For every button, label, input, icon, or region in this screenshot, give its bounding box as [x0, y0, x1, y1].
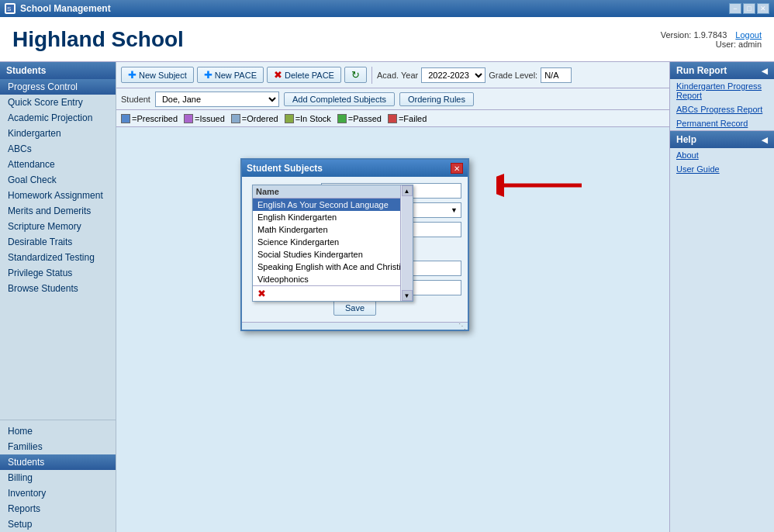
- legend-prescribed: =Prescribed: [121, 114, 178, 123]
- delete-pace-button[interactable]: ✖ Delete PACE: [267, 67, 341, 83]
- dropdown-header: Name: [253, 185, 413, 199]
- subject-dropdown: Name English As Your Second Language Eng…: [252, 185, 413, 302]
- sidebar-item-abcs[interactable]: ABCs: [0, 141, 116, 157]
- student-bar: Student Doe, Jane Add Completed Subjects…: [116, 88, 669, 110]
- dropdown-item-esl[interactable]: English As Your Second Language: [253, 199, 413, 211]
- sidebar-item-kindergarten[interactable]: Kindergarten: [0, 126, 116, 141]
- sidebar-item-goal-check[interactable]: Goal Check: [0, 172, 116, 188]
- report-abcs-progress[interactable]: ABCs Progress Report: [670, 102, 774, 116]
- close-button[interactable]: ✕: [757, 3, 769, 14]
- sidebar-section-students: Students: [0, 62, 116, 79]
- save-button[interactable]: Save: [333, 300, 376, 316]
- sidebar-item-standardized-testing[interactable]: Standardized Testing: [0, 250, 116, 265]
- version-text: Version: 1.9.7843: [661, 30, 727, 40]
- refresh-icon: ↻: [351, 69, 360, 81]
- user-text: User: admin: [716, 40, 762, 49]
- student-label: Student: [121, 95, 150, 104]
- scroll-down-button[interactable]: ▼: [402, 290, 413, 301]
- help-user-guide[interactable]: User Guide: [670, 162, 774, 176]
- sidebar-item-scripture-memory[interactable]: Scripture Memory: [0, 219, 116, 234]
- legend-issued-box: [184, 114, 193, 123]
- delete-pace-icon: ✖: [274, 69, 282, 81]
- sidebar-item-browse-students[interactable]: Browse Students: [0, 281, 116, 296]
- logout-link[interactable]: Logout: [735, 30, 762, 40]
- help-section: Help ◀ About User Guide: [670, 130, 774, 176]
- sidebar-item-academic-projection[interactable]: Academic Projection: [0, 110, 116, 126]
- legend-failed: =Failed: [388, 114, 427, 123]
- sidebar-item-quick-score-entry[interactable]: Quick Score Entry: [0, 95, 116, 110]
- maximize-button[interactable]: □: [743, 3, 755, 14]
- dropdown-item-speaking-english[interactable]: Speaking English with Ace and Christi: [253, 261, 413, 273]
- legend: =Prescribed =Issued =Ordered =In Stock =…: [116, 110, 669, 127]
- sidebar-item-inventory[interactable]: Inventory: [0, 485, 116, 501]
- run-report-expand-icon[interactable]: ◀: [762, 67, 768, 75]
- arrow-indicator: [496, 174, 589, 199]
- toolbar-separator: [371, 67, 372, 84]
- dialog-resize-handle[interactable]: ⋱: [242, 322, 468, 330]
- dropdown-item-english-k[interactable]: English Kindergarten: [253, 211, 413, 223]
- app-title: School Management: [20, 3, 724, 14]
- add-completed-subjects-button[interactable]: Add Completed Subjects: [284, 92, 395, 106]
- dropdown-footer: ✖: [253, 285, 413, 301]
- sidebar-item-progress-control[interactable]: Progress Control: [0, 79, 116, 95]
- svg-text:S: S: [7, 5, 11, 12]
- header: Highland School Version: 1.9.7843 Logout…: [0, 17, 774, 62]
- sidebar-item-home[interactable]: Home: [0, 423, 116, 439]
- sidebar-item-attendance[interactable]: Attendance: [0, 157, 116, 172]
- dialog-close-button[interactable]: ✕: [451, 163, 463, 174]
- sidebar-item-students[interactable]: Students: [0, 454, 116, 470]
- dropdown-item-videophonics[interactable]: Videophonics: [253, 273, 413, 285]
- right-panel: Run Report ◀ Kindergarten Progress Repor…: [669, 62, 774, 532]
- legend-in-stock: =In Stock: [285, 114, 331, 123]
- main-layout: Students Progress Control Quick Score En…: [0, 62, 774, 532]
- dropdown-item-science-k[interactable]: Science Kindergarten: [253, 236, 413, 248]
- scroll-up-button[interactable]: ▲: [402, 185, 413, 196]
- work-area: Student Subjects ✕ Subject Type Reading …: [116, 127, 669, 532]
- sidebar-item-families[interactable]: Families: [0, 439, 116, 454]
- dialog-title: Student Subjects: [247, 163, 323, 174]
- sidebar-item-privilege-status[interactable]: Privilege Status: [0, 265, 116, 281]
- legend-passed: =Passed: [337, 114, 382, 123]
- school-name: Highland School: [12, 27, 184, 52]
- report-permanent-record[interactable]: Permanent Record: [670, 116, 774, 130]
- app-icon: S: [5, 3, 16, 14]
- scroll-track: [402, 196, 413, 290]
- help-expand-icon[interactable]: ◀: [762, 136, 768, 144]
- refresh-button[interactable]: ↻: [344, 67, 367, 83]
- acad-year-select[interactable]: 2022-2023: [421, 67, 485, 83]
- sidebar-item-billing[interactable]: Billing: [0, 470, 116, 485]
- title-bar: S School Management − □ ✕: [0, 0, 774, 17]
- window-controls: − □ ✕: [729, 3, 769, 14]
- legend-failed-box: [388, 114, 397, 123]
- new-pace-icon: ✚: [204, 69, 213, 81]
- sidebar-item-setup[interactable]: Setup: [0, 516, 116, 532]
- dropdown-item-math-k[interactable]: Math Kindergarten: [253, 223, 413, 236]
- ordering-rules-button[interactable]: Ordering Rules: [399, 92, 474, 106]
- legend-passed-box: [337, 114, 347, 123]
- sidebar: Students Progress Control Quick Score En…: [0, 62, 116, 532]
- grade-level-input[interactable]: [541, 67, 572, 83]
- legend-ordered-box: [231, 114, 240, 123]
- minimize-button[interactable]: −: [729, 3, 741, 14]
- acad-year-label: Acad. Year: [377, 71, 418, 80]
- report-kindergarten-progress[interactable]: Kindergarten Progress Report: [670, 79, 774, 102]
- dropdown-scrollbar[interactable]: ▲ ▼: [400, 185, 413, 301]
- subject-combo-arrow: ▼: [451, 206, 458, 214]
- legend-prescribed-box: [121, 114, 130, 123]
- dialog-titlebar: Student Subjects ✕: [242, 160, 468, 177]
- help-about[interactable]: About: [670, 148, 774, 162]
- student-select[interactable]: Doe, Jane: [155, 92, 279, 107]
- new-subject-button[interactable]: ✚ New Subject: [121, 67, 194, 83]
- version-user: Version: 1.9.7843 Logout User: admin: [661, 30, 762, 49]
- dropdown-item-social-studies-k[interactable]: Social Studies Kindergarten: [253, 248, 413, 261]
- new-pace-button[interactable]: ✚ New PACE: [197, 67, 264, 83]
- run-report-header: Run Report ◀: [670, 62, 774, 79]
- sidebar-item-reports[interactable]: Reports: [0, 501, 116, 516]
- dialog-actions: Save: [248, 300, 461, 316]
- sidebar-item-desirable-traits[interactable]: Desirable Traits: [0, 234, 116, 250]
- sidebar-item-homework-assignment[interactable]: Homework Assignment: [0, 188, 116, 203]
- sidebar-item-merits-demerits[interactable]: Merits and Demerits: [0, 203, 116, 219]
- help-header: Help ◀: [670, 131, 774, 148]
- delete-icon[interactable]: ✖: [257, 288, 266, 299]
- toolbar: ✚ New Subject ✚ New PACE ✖ Delete PACE ↻…: [116, 62, 669, 88]
